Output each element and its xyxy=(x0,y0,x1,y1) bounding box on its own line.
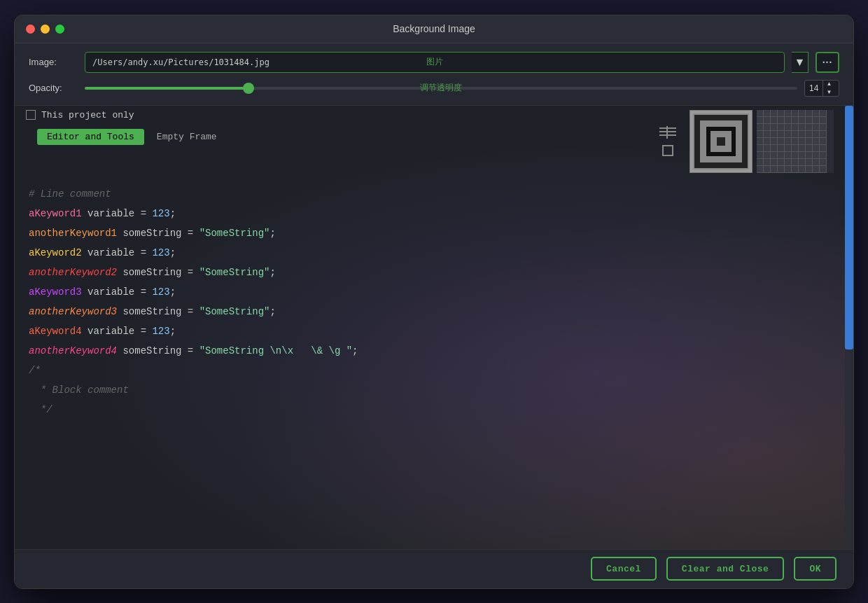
image-row: Image: /Users/andy.xu/Pictures/1031484.j… xyxy=(29,52,839,73)
code-line-12: */ xyxy=(29,400,831,420)
scrollbar-thumb[interactable] xyxy=(845,106,853,349)
title-bar: Background Image xyxy=(15,15,853,43)
opacity-increment-button[interactable]: ▲ xyxy=(823,80,834,88)
close-button[interactable] xyxy=(26,25,35,34)
project-only-label: This project only xyxy=(41,110,134,120)
clear-and-close-button[interactable]: Clear and Close xyxy=(666,557,785,581)
code-line-3: anotherKeyword1 someString = "SomeString… xyxy=(29,223,831,243)
code-line-11: * Block comment xyxy=(29,380,831,400)
traffic-lights xyxy=(26,25,64,34)
code-line-6: aKeyword3 variable = 123 ; xyxy=(29,282,831,302)
code-line-9: anotherKeyword4 someString = "SomeString… xyxy=(29,341,831,361)
image-label: Image: xyxy=(29,57,78,67)
tab-editor-and-tools[interactable]: Editor and Tools xyxy=(37,129,144,145)
code-line-2: aKeyword1 variable = 123 ; xyxy=(29,204,831,223)
maximize-button[interactable] xyxy=(55,25,64,34)
opacity-decrement-button[interactable]: ▼ xyxy=(823,88,834,97)
slider-track xyxy=(85,87,797,90)
footer: Cancel Clear and Close OK xyxy=(15,549,853,588)
image-path-bar[interactable]: /Users/andy.xu/Pictures/1031484.jpg 图片 xyxy=(85,52,785,73)
preview-icons xyxy=(650,113,685,169)
small-box-icon xyxy=(660,143,676,158)
controls-area: Image: /Users/andy.xu/Pictures/1031484.j… xyxy=(15,43,853,106)
svg-rect-12 xyxy=(827,110,834,173)
code-line-8: aKeyword4 variable = 123 ; xyxy=(29,321,831,341)
tab-empty-frame[interactable]: Empty Frame xyxy=(147,129,227,145)
opacity-value-box: 14 ▲ ▼ xyxy=(804,80,839,97)
image-browse-button[interactable]: ··· xyxy=(816,52,839,73)
main-window: Background Image Image: /Users/andy.xu/P… xyxy=(14,15,854,589)
image-path: /Users/andy.xu/Pictures/1031484.jpg xyxy=(92,57,270,67)
vertical-scrollbar[interactable] xyxy=(845,106,853,549)
grid-pattern-svg xyxy=(757,110,834,173)
middle-section: This project only Editor and Tools Empty… xyxy=(15,106,853,549)
svg-rect-3 xyxy=(666,126,668,139)
opacity-spinners: ▲ ▼ xyxy=(822,80,834,97)
code-line-5: anotherKeyword2 someString = "SomeString… xyxy=(29,263,831,282)
code-line-7: anotherKeyword3 someString = "SomeString… xyxy=(29,302,831,321)
opacity-row: Opacity: 调节透明度 14 ▲ ▼ xyxy=(29,80,839,97)
code-editor[interactable]: # Line comment aKeyword1 variable = 123 … xyxy=(15,177,845,549)
image-dropdown-button[interactable]: ▼ xyxy=(792,52,808,73)
grid-preview-large xyxy=(757,110,834,173)
options-preview-row: This project only Editor and Tools Empty… xyxy=(15,106,845,177)
image-hint: 图片 xyxy=(426,56,443,68)
left-content: This project only Editor and Tools Empty… xyxy=(15,106,845,549)
options-left: This project only Editor and Tools Empty… xyxy=(26,110,238,148)
grid-lines-icon xyxy=(658,125,678,140)
opacity-slider-wrapper[interactable]: 调节透明度 xyxy=(85,81,797,95)
dots-icon: ··· xyxy=(822,57,833,68)
chevron-down-icon: ▼ xyxy=(794,56,806,69)
preview-right xyxy=(650,110,834,173)
checkbox-wrapper[interactable]: This project only xyxy=(26,110,238,120)
ok-button[interactable]: OK xyxy=(794,557,836,581)
svg-rect-11 xyxy=(757,110,834,173)
opacity-value: 14 xyxy=(805,83,822,93)
code-line-4: aKeyword2 variable = 123 ; xyxy=(29,243,831,263)
tabs-row: Editor and Tools Empty Frame xyxy=(26,126,238,148)
window-title: Background Image xyxy=(393,23,475,34)
slider-fill xyxy=(85,87,248,90)
qr-preview xyxy=(690,110,752,173)
qr-pattern-svg xyxy=(693,113,749,169)
project-only-checkbox[interactable] xyxy=(26,110,36,120)
svg-rect-8 xyxy=(717,137,725,146)
slider-thumb[interactable] xyxy=(243,83,254,94)
cancel-button[interactable]: Cancel xyxy=(591,557,657,581)
svg-rect-4 xyxy=(663,146,673,155)
opacity-label: Opacity: xyxy=(29,83,78,93)
code-line-10: /* xyxy=(29,361,831,380)
code-line-1: # Line comment xyxy=(29,184,831,204)
minimize-button[interactable] xyxy=(41,25,50,34)
left-content-inner: This project only Editor and Tools Empty… xyxy=(15,106,845,549)
